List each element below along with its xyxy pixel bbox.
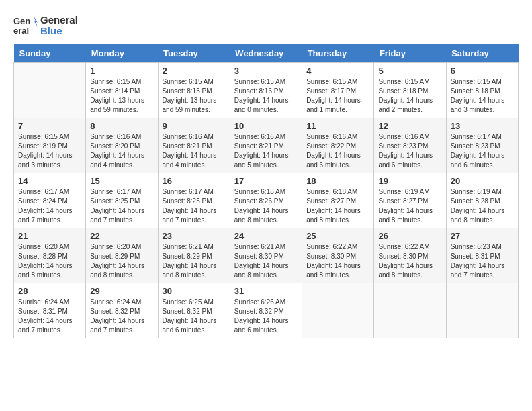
day-number: 18 [306,176,369,186]
column-header-saturday: Saturday [446,44,518,63]
day-number: 26 [378,231,441,241]
week-row: 14Sunrise: 6:17 AM Sunset: 8:24 PM Dayli… [14,173,519,228]
day-number: 21 [18,231,81,241]
cell-info: Sunrise: 6:24 AM Sunset: 8:32 PM Dayligh… [90,298,153,335]
svg-text:eral: eral [13,26,29,36]
day-number: 3 [234,66,298,76]
calendar-cell: 26Sunrise: 6:22 AM Sunset: 8:30 PM Dayli… [374,228,446,283]
logo-svg: Gen eral [13,13,38,38]
calendar-cell: 28Sunrise: 6:24 AM Sunset: 8:31 PM Dayli… [14,283,86,338]
calendar-cell: 8Sunrise: 6:16 AM Sunset: 8:20 PM Daylig… [86,118,158,173]
cell-info: Sunrise: 6:24 AM Sunset: 8:31 PM Dayligh… [18,298,81,335]
calendar-table: SundayMondayTuesdayWednesdayThursdayFrid… [13,44,519,338]
week-row: 21Sunrise: 6:20 AM Sunset: 8:28 PM Dayli… [14,228,519,283]
calendar-cell: 4Sunrise: 6:15 AM Sunset: 8:17 PM Daylig… [302,63,374,118]
cell-info: Sunrise: 6:16 AM Sunset: 8:21 PM Dayligh… [234,132,298,170]
day-number: 8 [90,121,153,131]
calendar-cell: 6Sunrise: 6:15 AM Sunset: 8:18 PM Daylig… [446,63,518,118]
cell-info: Sunrise: 6:22 AM Sunset: 8:30 PM Dayligh… [378,242,441,280]
cell-info: Sunrise: 6:20 AM Sunset: 8:29 PM Dayligh… [90,242,153,280]
cell-info: Sunrise: 6:15 AM Sunset: 8:15 PM Dayligh… [163,77,226,115]
day-number: 13 [451,121,514,131]
calendar-cell [14,63,86,118]
calendar-cell: 20Sunrise: 6:19 AM Sunset: 8:28 PM Dayli… [446,173,518,228]
calendar-cell [374,283,446,338]
cell-info: Sunrise: 6:17 AM Sunset: 8:25 PM Dayligh… [90,187,153,225]
svg-text:Gen: Gen [13,16,30,26]
calendar-cell: 31Sunrise: 6:26 AM Sunset: 8:32 PM Dayli… [230,283,302,338]
day-number: 9 [163,121,226,131]
cell-info: Sunrise: 6:15 AM Sunset: 8:18 PM Dayligh… [451,77,514,115]
calendar-cell: 10Sunrise: 6:16 AM Sunset: 8:21 PM Dayli… [230,118,302,173]
week-row: 7Sunrise: 6:15 AM Sunset: 8:19 PM Daylig… [14,118,519,173]
svg-marker-2 [34,16,38,27]
day-number: 29 [90,286,153,296]
calendar-cell [446,283,518,338]
calendar-cell: 2Sunrise: 6:15 AM Sunset: 8:15 PM Daylig… [158,63,230,118]
cell-info: Sunrise: 6:15 AM Sunset: 8:17 PM Dayligh… [306,77,369,115]
calendar-cell: 11Sunrise: 6:16 AM Sunset: 8:22 PM Dayli… [302,118,374,173]
cell-info: Sunrise: 6:21 AM Sunset: 8:29 PM Dayligh… [163,242,226,280]
day-number: 17 [234,176,298,186]
calendar-cell: 17Sunrise: 6:18 AM Sunset: 8:26 PM Dayli… [230,173,302,228]
logo-blue: Blue [40,26,78,37]
calendar-cell: 16Sunrise: 6:17 AM Sunset: 8:25 PM Dayli… [158,173,230,228]
calendar-cell: 29Sunrise: 6:24 AM Sunset: 8:32 PM Dayli… [86,283,158,338]
calendar-cell: 7Sunrise: 6:15 AM Sunset: 8:19 PM Daylig… [14,118,86,173]
day-number: 14 [18,176,81,186]
cell-info: Sunrise: 6:15 AM Sunset: 8:19 PM Dayligh… [18,132,81,170]
cell-info: Sunrise: 6:15 AM Sunset: 8:14 PM Dayligh… [90,77,153,115]
calendar-cell: 12Sunrise: 6:16 AM Sunset: 8:23 PM Dayli… [374,118,446,173]
day-number: 16 [163,176,226,186]
cell-info: Sunrise: 6:19 AM Sunset: 8:27 PM Dayligh… [378,187,441,225]
day-number: 20 [451,176,514,186]
column-header-wednesday: Wednesday [230,44,302,63]
cell-info: Sunrise: 6:17 AM Sunset: 8:24 PM Dayligh… [18,187,81,225]
day-number: 15 [90,176,153,186]
cell-info: Sunrise: 6:19 AM Sunset: 8:28 PM Dayligh… [451,187,514,225]
logo: Gen eral General Blue [13,13,78,38]
calendar-cell: 24Sunrise: 6:21 AM Sunset: 8:30 PM Dayli… [230,228,302,283]
cell-info: Sunrise: 6:25 AM Sunset: 8:32 PM Dayligh… [163,298,226,335]
calendar-cell: 3Sunrise: 6:15 AM Sunset: 8:16 PM Daylig… [230,63,302,118]
day-number: 19 [378,176,441,186]
day-number: 4 [306,66,369,76]
calendar-cell: 22Sunrise: 6:20 AM Sunset: 8:29 PM Dayli… [86,228,158,283]
day-number: 23 [163,231,226,241]
day-number: 12 [378,121,441,131]
cell-info: Sunrise: 6:22 AM Sunset: 8:30 PM Dayligh… [306,242,369,280]
cell-info: Sunrise: 6:26 AM Sunset: 8:32 PM Dayligh… [234,298,298,335]
day-number: 1 [90,66,153,76]
calendar-cell: 5Sunrise: 6:15 AM Sunset: 8:18 PM Daylig… [374,63,446,118]
day-number: 5 [378,66,441,76]
cell-info: Sunrise: 6:16 AM Sunset: 8:20 PM Dayligh… [90,132,153,170]
cell-info: Sunrise: 6:21 AM Sunset: 8:30 PM Dayligh… [234,242,298,280]
calendar-cell: 9Sunrise: 6:16 AM Sunset: 8:21 PM Daylig… [158,118,230,173]
calendar-cell: 27Sunrise: 6:23 AM Sunset: 8:31 PM Dayli… [446,228,518,283]
cell-info: Sunrise: 6:16 AM Sunset: 8:22 PM Dayligh… [306,132,369,170]
calendar-cell: 15Sunrise: 6:17 AM Sunset: 8:25 PM Dayli… [86,173,158,228]
calendar-cell: 13Sunrise: 6:17 AM Sunset: 8:23 PM Dayli… [446,118,518,173]
cell-info: Sunrise: 6:16 AM Sunset: 8:21 PM Dayligh… [163,132,226,170]
column-header-thursday: Thursday [302,44,374,63]
calendar-cell: 21Sunrise: 6:20 AM Sunset: 8:28 PM Dayli… [14,228,86,283]
cell-info: Sunrise: 6:15 AM Sunset: 8:16 PM Dayligh… [234,77,298,115]
cell-info: Sunrise: 6:16 AM Sunset: 8:23 PM Dayligh… [378,132,441,170]
day-number: 2 [163,66,226,76]
cell-info: Sunrise: 6:17 AM Sunset: 8:25 PM Dayligh… [163,187,226,225]
day-number: 10 [234,121,298,131]
week-row: 28Sunrise: 6:24 AM Sunset: 8:31 PM Dayli… [14,283,519,338]
calendar-cell: 1Sunrise: 6:15 AM Sunset: 8:14 PM Daylig… [86,63,158,118]
calendar-cell: 30Sunrise: 6:25 AM Sunset: 8:32 PM Dayli… [158,283,230,338]
cell-info: Sunrise: 6:18 AM Sunset: 8:27 PM Dayligh… [306,187,369,225]
calendar-cell [302,283,374,338]
day-number: 24 [234,231,298,241]
header-row: SundayMondayTuesdayWednesdayThursdayFrid… [14,44,519,63]
column-header-tuesday: Tuesday [158,44,230,63]
day-number: 25 [306,231,369,241]
day-number: 28 [18,286,81,296]
page-header: Gen eral General Blue [13,13,519,38]
calendar-cell: 23Sunrise: 6:21 AM Sunset: 8:29 PM Dayli… [158,228,230,283]
cell-info: Sunrise: 6:17 AM Sunset: 8:23 PM Dayligh… [451,132,514,170]
calendar-cell: 18Sunrise: 6:18 AM Sunset: 8:27 PM Dayli… [302,173,374,228]
